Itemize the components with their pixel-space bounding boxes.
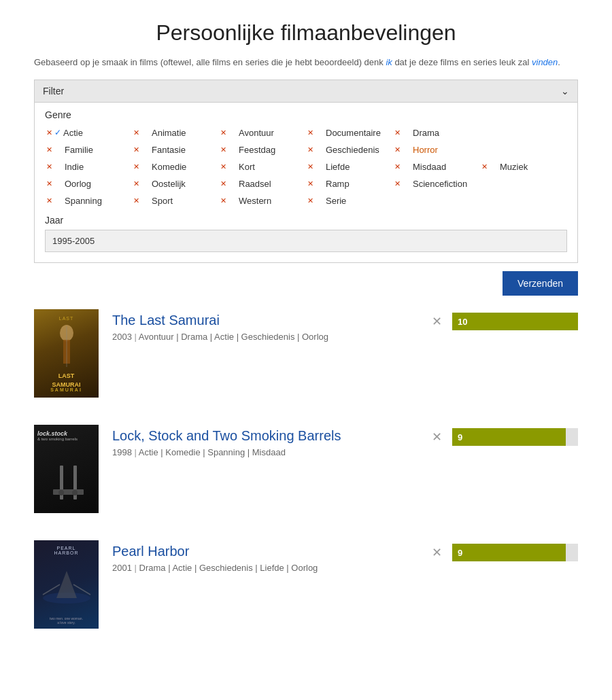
genre-x-icon[interactable]: ✕ bbox=[133, 179, 139, 188]
genre-name: Serie bbox=[326, 196, 346, 206]
genre-x-icon[interactable]: ✕ bbox=[220, 128, 226, 137]
svg-point-7 bbox=[58, 490, 64, 495]
genre-drama[interactable]: ✕ Drama bbox=[393, 126, 480, 140]
genre-feestdag[interactable]: ✕ Feestdag bbox=[219, 143, 306, 157]
movie-list: LAST SAMURAI The Last Samurai 2003 | bbox=[34, 309, 578, 635]
score-label: 10 bbox=[458, 316, 467, 326]
genre-familie[interactable]: ✕ Familie bbox=[45, 143, 132, 157]
genre-name: Sport bbox=[152, 196, 173, 206]
genre-x-icon[interactable]: ✕ bbox=[220, 196, 226, 205]
filter-label: Filter bbox=[43, 86, 64, 97]
genre-x-icon[interactable]: ✕ bbox=[220, 162, 226, 171]
genre-name: Oostelijk bbox=[152, 179, 186, 189]
genre-name: Komedie bbox=[152, 162, 186, 172]
genre-name: Feestdag bbox=[239, 145, 275, 155]
genre-x-icon[interactable]: ✕ bbox=[394, 145, 401, 154]
remove-movie-button[interactable]: ✕ bbox=[428, 430, 445, 444]
genre-x-icon[interactable]: ✕ bbox=[394, 162, 401, 171]
movie-poster: lock.stock & two smoking barrels bbox=[34, 425, 99, 513]
genre-serie[interactable]: ✕ Serie bbox=[306, 194, 393, 208]
genre-misdaad[interactable]: ✕ Misdaad bbox=[393, 160, 480, 174]
genre-x-icon[interactable]: ✕ bbox=[46, 179, 52, 188]
score-label: 9 bbox=[458, 547, 462, 557]
genre-western[interactable]: ✕ Western bbox=[219, 194, 306, 208]
genre-documentaire[interactable]: ✕ Documentaire bbox=[306, 126, 393, 140]
genre-spanning[interactable]: ✕ Spanning bbox=[45, 194, 132, 208]
genre-x-icon[interactable]: ✕ bbox=[46, 196, 52, 205]
genre-oostelijk[interactable]: ✕ Oostelijk bbox=[132, 177, 219, 191]
genre-x-icon[interactable]: ✕ bbox=[220, 145, 226, 154]
movie-info: Pearl Harbor 2001 | Drama | Actie | Gesc… bbox=[99, 540, 428, 573]
page-title: Persoonlijke filmaanbevelingen bbox=[0, 0, 612, 56]
genre-x-icon[interactable]: ✕ bbox=[307, 196, 313, 205]
movie-right: ✕ 10 bbox=[428, 309, 578, 330]
svg-point-8 bbox=[72, 490, 78, 495]
genre-name: Muziek bbox=[500, 162, 528, 172]
movie-year: 2001 bbox=[112, 563, 132, 573]
movie-info: Lock, Stock and Two Smoking Barrels 1998… bbox=[99, 425, 428, 457]
verzenden-button[interactable]: Verzenden bbox=[503, 271, 578, 296]
movie-genres: Avontuur | Drama | Actie | Geschiedenis … bbox=[139, 332, 328, 342]
movie-poster: PEARL HARBOR two men. one woman. a love … bbox=[34, 540, 99, 629]
genre-oorlog[interactable]: ✕ Oorlog bbox=[45, 177, 132, 191]
score-bar: 9 bbox=[452, 428, 578, 446]
genre-x-icon[interactable]: ✕ bbox=[307, 162, 313, 171]
genre-x-icon[interactable]: ✕ bbox=[307, 145, 313, 154]
genre-x-icon[interactable]: ✕ bbox=[394, 179, 401, 188]
movie-poster: LAST SAMURAI bbox=[34, 309, 99, 398]
movie-title[interactable]: Lock, Stock and Two Smoking Barrels bbox=[112, 428, 418, 444]
genre-x-icon[interactable]: ✕ bbox=[133, 128, 139, 137]
genre-komedie[interactable]: ✕ Komedie bbox=[132, 160, 219, 174]
genre-fantasie[interactable]: ✕ Fantasie bbox=[132, 143, 219, 157]
genre-name: Avontuur bbox=[239, 128, 274, 138]
genre-x-icon[interactable]: ✕ bbox=[133, 145, 139, 154]
verzenden-row: Verzenden bbox=[34, 271, 578, 296]
genre-x-icon[interactable]: ✕ bbox=[46, 145, 52, 154]
year-label: Jaar bbox=[45, 215, 567, 226]
genre-kort[interactable]: ✕ Kort bbox=[219, 160, 306, 174]
score-label: 9 bbox=[458, 432, 462, 442]
movie-title[interactable]: The Last Samurai bbox=[112, 313, 418, 328]
genre-sport[interactable]: ✕ Sport bbox=[132, 194, 219, 208]
genre-animatie[interactable]: ✕ Animatie bbox=[132, 126, 219, 140]
year-input[interactable] bbox=[45, 230, 567, 252]
genre-name: Documentaire bbox=[326, 128, 381, 138]
genre-x-icon[interactable]: ✕ bbox=[133, 196, 139, 205]
genre-actie[interactable]: ✕ ✓ Actie bbox=[45, 126, 132, 140]
movie-genres: Actie | Komedie | Spanning | Misdaad bbox=[139, 447, 286, 457]
movie-genres: Drama | Actie | Geschiedenis | Liefde | … bbox=[139, 563, 318, 573]
genre-grid: ✕ ✓ Actie ✕ Animatie ✕ Avontuur ✕ Docume… bbox=[45, 126, 567, 208]
genre-horror[interactable]: ✕ Horror bbox=[393, 143, 480, 157]
genre-avontuur[interactable]: ✕ Avontuur bbox=[219, 126, 306, 140]
movie-title[interactable]: Pearl Harbor bbox=[112, 544, 418, 559]
genre-ramp[interactable]: ✕ Ramp bbox=[306, 177, 393, 191]
genre-x-icon[interactable]: ✕ bbox=[133, 162, 139, 171]
genre-name: Sciencefiction bbox=[413, 179, 467, 189]
remove-movie-button[interactable]: ✕ bbox=[428, 314, 445, 329]
genre-muziek[interactable]: ✕ Muziek bbox=[480, 160, 567, 174]
filter-bar[interactable]: Filter ⌄ bbox=[34, 80, 578, 103]
genre-x-icon[interactable]: ✕ bbox=[481, 162, 488, 171]
genre-x-icon[interactable]: ✕ bbox=[307, 179, 313, 188]
genre-check-icon: ✓ bbox=[54, 128, 61, 137]
remove-movie-button[interactable]: ✕ bbox=[428, 545, 445, 560]
page-subtitle: Gebaseerd op je smaak in films (oftewel,… bbox=[0, 56, 612, 80]
genre-x-icon[interactable]: ✕ bbox=[307, 128, 313, 137]
movie-right: ✕ 9 bbox=[428, 540, 578, 561]
genre-x-icon[interactable]: ✕ bbox=[46, 162, 52, 171]
genre-geschiedenis[interactable]: ✕ Geschiedenis bbox=[306, 143, 393, 157]
genre-indie[interactable]: ✕ Indie bbox=[45, 160, 132, 174]
genre-name: Fantasie bbox=[152, 145, 186, 155]
movie-year: 1998 bbox=[112, 447, 132, 457]
movie-meta: 2003 | Avontuur | Drama | Actie | Geschi… bbox=[112, 332, 418, 342]
score-bar: 10 bbox=[452, 313, 578, 330]
genre-sciencefiction[interactable]: ✕ Sciencefiction bbox=[393, 177, 567, 191]
genre-x-icon[interactable]: ✕ bbox=[394, 128, 401, 137]
genre-liefde[interactable]: ✕ Liefde bbox=[306, 160, 393, 174]
genre-name: Horror bbox=[413, 145, 438, 155]
genre-x-icon[interactable]: ✕ bbox=[220, 179, 226, 188]
movie-year: 2003 bbox=[112, 332, 132, 342]
genre-raadsel[interactable]: ✕ Raadsel bbox=[219, 177, 306, 191]
movie-info: The Last Samurai 2003 | Avontuur | Drama… bbox=[99, 309, 428, 342]
genre-x-icon[interactable]: ✕ bbox=[46, 128, 52, 137]
